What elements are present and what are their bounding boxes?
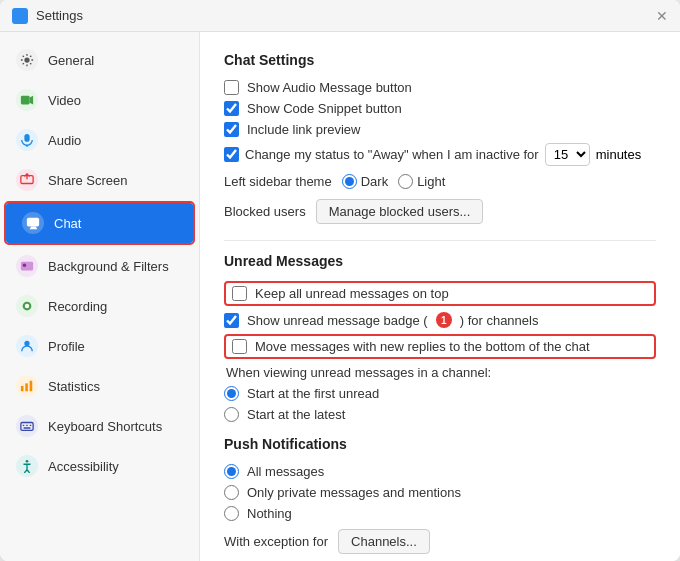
- close-button[interactable]: ✕: [656, 9, 668, 23]
- theme-light-label: Light: [417, 174, 445, 189]
- include-link-preview-checkbox[interactable]: [224, 122, 239, 137]
- nothing-radio[interactable]: [224, 506, 239, 521]
- start-first-unread-label[interactable]: Start at the first unread: [247, 386, 379, 401]
- sidebar-item-general[interactable]: General: [0, 40, 199, 80]
- svg-rect-17: [26, 425, 28, 426]
- general-icon: [16, 49, 38, 71]
- theme-light-option[interactable]: Light: [398, 174, 445, 189]
- exception-row: With exception for Channels...: [224, 529, 656, 554]
- sidebar-item-keyboard[interactable]: Keyboard Shortcuts: [0, 406, 199, 446]
- theme-dark-label: Dark: [361, 174, 388, 189]
- nothing-label[interactable]: Nothing: [247, 506, 292, 521]
- window-title: Settings: [36, 8, 83, 23]
- push-notifications-title: Push Notifications: [224, 436, 656, 452]
- svg-rect-3: [24, 134, 29, 142]
- change-status-checkbox[interactable]: [224, 147, 239, 162]
- nothing-row: Nothing: [224, 506, 656, 521]
- sidebar-label-recording: Recording: [48, 299, 107, 314]
- keyboard-icon: [16, 415, 38, 437]
- start-first-unread-row: Start at the first unread: [224, 386, 656, 401]
- unread-messages-title: Unread Messages: [224, 253, 656, 269]
- sidebar-label-share-screen: Share Screen: [48, 173, 128, 188]
- blocked-users-label: Blocked users: [224, 204, 306, 219]
- sidebar-label-accessibility: Accessibility: [48, 459, 119, 474]
- change-status-label[interactable]: Change my status to "Away" when I am ina…: [245, 147, 539, 162]
- settings-window: Settings ✕ General Video: [0, 0, 680, 561]
- move-messages-highlighted-row: Move messages with new replies to the bo…: [224, 334, 656, 359]
- sidebar-item-profile[interactable]: Profile: [0, 326, 199, 366]
- statistics-icon: [16, 375, 38, 397]
- titlebar: Settings ✕: [0, 0, 680, 32]
- show-audio-message-label[interactable]: Show Audio Message button: [247, 80, 412, 95]
- start-first-unread-radio[interactable]: [224, 386, 239, 401]
- move-messages-label[interactable]: Move messages with new replies to the bo…: [255, 339, 590, 354]
- svg-point-20: [26, 460, 29, 463]
- theme-dark-radio[interactable]: [342, 174, 357, 189]
- sidebar: General Video Audio Sha: [0, 32, 200, 561]
- svg-rect-19: [24, 427, 31, 428]
- svg-point-8: [23, 263, 27, 267]
- all-messages-label[interactable]: All messages: [247, 464, 324, 479]
- include-link-preview-row: Include link preview: [224, 122, 656, 137]
- sidebar-item-recording[interactable]: Recording: [0, 286, 199, 326]
- sidebar-item-background[interactable]: Background & Filters: [0, 246, 199, 286]
- push-notifications-section: Push Notifications All messages Only pri…: [224, 436, 656, 554]
- show-badge-checkbox[interactable]: [224, 313, 239, 328]
- titlebar-left: Settings: [12, 8, 83, 24]
- svg-rect-18: [30, 425, 32, 426]
- sidebar-label-audio: Audio: [48, 133, 81, 148]
- chat-icon: [22, 212, 44, 234]
- show-audio-message-row: Show Audio Message button: [224, 80, 656, 95]
- svg-rect-12: [21, 386, 24, 391]
- sidebar-item-video[interactable]: Video: [0, 80, 199, 120]
- theme-dark-option[interactable]: Dark: [342, 174, 388, 189]
- video-icon: [16, 89, 38, 111]
- only-private-label[interactable]: Only private messages and mentions: [247, 485, 461, 500]
- show-code-snippet-label[interactable]: Show Code Snippet button: [247, 101, 402, 116]
- change-status-row: Change my status to "Away" when I am ina…: [224, 143, 656, 166]
- svg-rect-6: [27, 218, 39, 227]
- sidebar-item-share-screen[interactable]: Share Screen: [0, 160, 199, 200]
- all-messages-radio[interactable]: [224, 464, 239, 479]
- recording-icon: [16, 295, 38, 317]
- audio-icon: [16, 129, 38, 151]
- sidebar-label-background: Background & Filters: [48, 259, 169, 274]
- sidebar-label-general: General: [48, 53, 94, 68]
- svg-rect-13: [25, 383, 28, 391]
- svg-point-11: [24, 341, 29, 346]
- svg-rect-16: [23, 425, 25, 426]
- sidebar-item-accessibility[interactable]: Accessibility: [0, 446, 199, 486]
- keep-unread-highlighted-row: Keep all unread messages on top: [224, 281, 656, 306]
- sidebar-item-audio[interactable]: Audio: [0, 120, 199, 160]
- theme-row: Left sidebar theme Dark Light: [224, 174, 656, 189]
- show-code-snippet-row: Show Code Snippet button: [224, 101, 656, 116]
- unread-messages-section: Unread Messages Keep all unread messages…: [224, 253, 656, 422]
- keep-unread-label[interactable]: Keep all unread messages on top: [255, 286, 449, 301]
- svg-rect-1: [21, 96, 30, 105]
- app-icon: [12, 8, 28, 24]
- show-code-snippet-checkbox[interactable]: [224, 101, 239, 116]
- show-audio-message-checkbox[interactable]: [224, 80, 239, 95]
- start-latest-label[interactable]: Start at the latest: [247, 407, 345, 422]
- sidebar-item-chat[interactable]: Chat: [6, 203, 193, 243]
- accessibility-icon: [16, 455, 38, 477]
- sidebar-item-statistics[interactable]: Statistics: [0, 366, 199, 406]
- channels-button[interactable]: Channels...: [338, 529, 430, 554]
- move-messages-checkbox[interactable]: [232, 339, 247, 354]
- sidebar-label-statistics: Statistics: [48, 379, 100, 394]
- minutes-suffix: minutes: [596, 147, 642, 162]
- exception-label: With exception for: [224, 534, 328, 549]
- keep-unread-checkbox[interactable]: [232, 286, 247, 301]
- theme-light-radio[interactable]: [398, 174, 413, 189]
- include-link-preview-label[interactable]: Include link preview: [247, 122, 360, 137]
- inactive-minutes-select[interactable]: 5 10 15 20 30: [545, 143, 590, 166]
- start-latest-radio[interactable]: [224, 407, 239, 422]
- show-badge-label[interactable]: Show unread message badge (1) for channe…: [247, 312, 538, 328]
- sidebar-label-chat: Chat: [54, 216, 81, 231]
- main-content: General Video Audio Sha: [0, 32, 680, 561]
- svg-rect-7: [21, 262, 33, 271]
- manage-blocked-button[interactable]: Manage blocked users...: [316, 199, 484, 224]
- share-screen-icon: [16, 169, 38, 191]
- only-private-radio[interactable]: [224, 485, 239, 500]
- chat-settings-section: Chat Settings Show Audio Message button …: [224, 52, 656, 224]
